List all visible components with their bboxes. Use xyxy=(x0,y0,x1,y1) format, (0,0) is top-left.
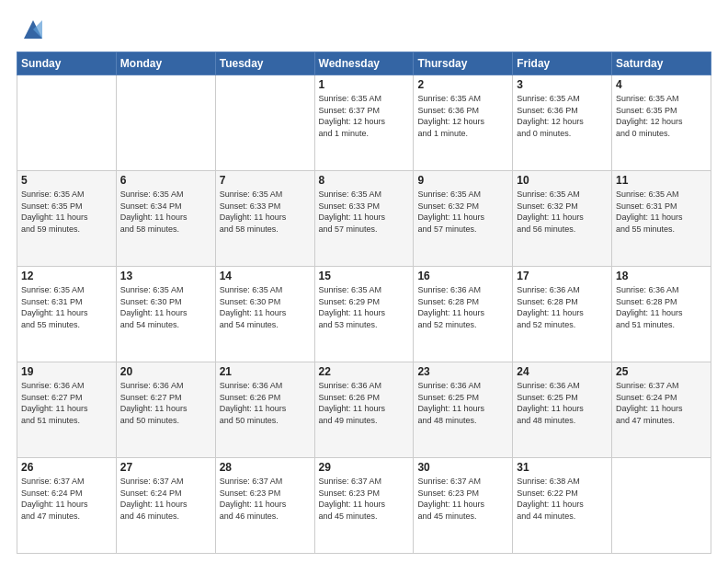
calendar-cell: 8Sunrise: 6:35 AM Sunset: 6:33 PM Daylig… xyxy=(314,171,414,267)
day-info: Sunrise: 6:36 AM Sunset: 6:26 PM Dayligh… xyxy=(319,380,410,426)
day-info: Sunrise: 6:35 AM Sunset: 6:35 PM Dayligh… xyxy=(21,189,112,235)
calendar-week-row: 5Sunrise: 6:35 AM Sunset: 6:35 PM Daylig… xyxy=(17,171,711,267)
day-number: 30 xyxy=(417,461,508,474)
day-info: Sunrise: 6:36 AM Sunset: 6:28 PM Dayligh… xyxy=(616,284,707,330)
header xyxy=(17,17,711,42)
calendar-cell: 28Sunrise: 6:37 AM Sunset: 6:23 PM Dayli… xyxy=(215,458,314,554)
calendar-cell: 20Sunrise: 6:36 AM Sunset: 6:27 PM Dayli… xyxy=(116,362,215,458)
day-info: Sunrise: 6:35 AM Sunset: 6:33 PM Dayligh… xyxy=(220,189,311,235)
calendar-cell xyxy=(215,75,314,171)
calendar-cell: 13Sunrise: 6:35 AM Sunset: 6:30 PM Dayli… xyxy=(116,267,215,362)
day-number: 4 xyxy=(616,78,707,91)
calendar-cell: 31Sunrise: 6:38 AM Sunset: 6:22 PM Dayli… xyxy=(513,458,612,554)
day-info: Sunrise: 6:37 AM Sunset: 6:23 PM Dayligh… xyxy=(417,476,508,522)
calendar-cell: 25Sunrise: 6:37 AM Sunset: 6:24 PM Dayli… xyxy=(612,362,711,458)
day-info: Sunrise: 6:35 AM Sunset: 6:37 PM Dayligh… xyxy=(319,93,410,139)
calendar-cell xyxy=(17,75,117,171)
day-info: Sunrise: 6:35 AM Sunset: 6:30 PM Dayligh… xyxy=(220,284,311,330)
weekday-header: Tuesday xyxy=(215,52,314,75)
day-number: 9 xyxy=(417,174,508,187)
calendar-cell xyxy=(612,458,711,554)
calendar-cell: 4Sunrise: 6:35 AM Sunset: 6:35 PM Daylig… xyxy=(612,75,711,171)
calendar-cell: 24Sunrise: 6:36 AM Sunset: 6:25 PM Dayli… xyxy=(513,362,612,458)
day-number: 22 xyxy=(319,365,410,378)
calendar-cell: 26Sunrise: 6:37 AM Sunset: 6:24 PM Dayli… xyxy=(17,458,117,554)
weekday-header: Thursday xyxy=(414,52,513,75)
day-number: 19 xyxy=(21,365,112,378)
weekday-header: Wednesday xyxy=(314,52,414,75)
calendar-cell: 16Sunrise: 6:36 AM Sunset: 6:28 PM Dayli… xyxy=(414,267,513,362)
day-info: Sunrise: 6:35 AM Sunset: 6:32 PM Dayligh… xyxy=(517,189,608,235)
day-info: Sunrise: 6:36 AM Sunset: 6:25 PM Dayligh… xyxy=(417,380,508,426)
day-info: Sunrise: 6:36 AM Sunset: 6:25 PM Dayligh… xyxy=(517,380,608,426)
day-info: Sunrise: 6:37 AM Sunset: 6:23 PM Dayligh… xyxy=(319,476,410,522)
day-number: 8 xyxy=(319,174,410,187)
day-number: 10 xyxy=(517,174,608,187)
day-info: Sunrise: 6:35 AM Sunset: 6:35 PM Dayligh… xyxy=(616,93,707,139)
day-number: 2 xyxy=(417,78,508,91)
calendar-cell: 3Sunrise: 6:35 AM Sunset: 6:36 PM Daylig… xyxy=(513,75,612,171)
page: SundayMondayTuesdayWednesdayThursdayFrid… xyxy=(0,0,728,563)
calendar-week-row: 1Sunrise: 6:35 AM Sunset: 6:37 PM Daylig… xyxy=(17,75,711,171)
day-number: 26 xyxy=(21,461,112,474)
day-info: Sunrise: 6:35 AM Sunset: 6:30 PM Dayligh… xyxy=(120,284,211,330)
day-info: Sunrise: 6:35 AM Sunset: 6:34 PM Dayligh… xyxy=(120,189,211,235)
day-number: 24 xyxy=(517,365,608,378)
day-info: Sunrise: 6:35 AM Sunset: 6:36 PM Dayligh… xyxy=(517,93,608,139)
weekday-header: Monday xyxy=(116,52,215,75)
day-info: Sunrise: 6:38 AM Sunset: 6:22 PM Dayligh… xyxy=(517,476,608,522)
day-number: 6 xyxy=(120,174,211,187)
weekday-header: Sunday xyxy=(17,52,117,75)
calendar-cell: 22Sunrise: 6:36 AM Sunset: 6:26 PM Dayli… xyxy=(314,362,414,458)
day-info: Sunrise: 6:36 AM Sunset: 6:27 PM Dayligh… xyxy=(120,380,211,426)
day-number: 1 xyxy=(319,78,410,91)
calendar-cell: 11Sunrise: 6:35 AM Sunset: 6:31 PM Dayli… xyxy=(612,171,711,267)
day-info: Sunrise: 6:35 AM Sunset: 6:31 PM Dayligh… xyxy=(616,189,707,235)
calendar-cell: 6Sunrise: 6:35 AM Sunset: 6:34 PM Daylig… xyxy=(116,171,215,267)
day-number: 11 xyxy=(616,174,707,187)
day-info: Sunrise: 6:37 AM Sunset: 6:24 PM Dayligh… xyxy=(616,380,707,426)
day-info: Sunrise: 6:36 AM Sunset: 6:26 PM Dayligh… xyxy=(220,380,311,426)
calendar-cell: 12Sunrise: 6:35 AM Sunset: 6:31 PM Dayli… xyxy=(17,267,117,362)
day-info: Sunrise: 6:36 AM Sunset: 6:28 PM Dayligh… xyxy=(417,284,508,330)
calendar-cell: 18Sunrise: 6:36 AM Sunset: 6:28 PM Dayli… xyxy=(612,267,711,362)
calendar-cell: 17Sunrise: 6:36 AM Sunset: 6:28 PM Dayli… xyxy=(513,267,612,362)
calendar-cell: 21Sunrise: 6:36 AM Sunset: 6:26 PM Dayli… xyxy=(215,362,314,458)
weekday-header-row: SundayMondayTuesdayWednesdayThursdayFrid… xyxy=(17,52,711,75)
day-info: Sunrise: 6:37 AM Sunset: 6:24 PM Dayligh… xyxy=(21,476,112,522)
day-number: 28 xyxy=(220,461,311,474)
calendar-table: SundayMondayTuesdayWednesdayThursdayFrid… xyxy=(17,52,711,554)
day-info: Sunrise: 6:37 AM Sunset: 6:24 PM Dayligh… xyxy=(120,476,211,522)
day-number: 27 xyxy=(120,461,211,474)
calendar-week-row: 19Sunrise: 6:36 AM Sunset: 6:27 PM Dayli… xyxy=(17,362,711,458)
day-number: 29 xyxy=(319,461,410,474)
day-number: 16 xyxy=(417,270,508,282)
day-info: Sunrise: 6:35 AM Sunset: 6:31 PM Dayligh… xyxy=(21,284,112,330)
calendar-cell: 2Sunrise: 6:35 AM Sunset: 6:36 PM Daylig… xyxy=(414,75,513,171)
calendar-cell: 1Sunrise: 6:35 AM Sunset: 6:37 PM Daylig… xyxy=(314,75,414,171)
day-info: Sunrise: 6:36 AM Sunset: 6:27 PM Dayligh… xyxy=(21,380,112,426)
calendar-cell: 10Sunrise: 6:35 AM Sunset: 6:32 PM Dayli… xyxy=(513,171,612,267)
day-number: 23 xyxy=(417,365,508,378)
calendar-week-row: 12Sunrise: 6:35 AM Sunset: 6:31 PM Dayli… xyxy=(17,267,711,362)
day-number: 17 xyxy=(517,270,608,282)
day-number: 7 xyxy=(220,174,311,187)
calendar-cell: 30Sunrise: 6:37 AM Sunset: 6:23 PM Dayli… xyxy=(414,458,513,554)
day-number: 20 xyxy=(120,365,211,378)
day-info: Sunrise: 6:37 AM Sunset: 6:23 PM Dayligh… xyxy=(220,476,311,522)
day-number: 13 xyxy=(120,270,211,282)
weekday-header: Saturday xyxy=(612,52,711,75)
day-info: Sunrise: 6:35 AM Sunset: 6:33 PM Dayligh… xyxy=(319,189,410,235)
day-number: 31 xyxy=(517,461,608,474)
day-info: Sunrise: 6:36 AM Sunset: 6:28 PM Dayligh… xyxy=(517,284,608,330)
day-number: 14 xyxy=(220,270,311,282)
calendar-cell: 14Sunrise: 6:35 AM Sunset: 6:30 PM Dayli… xyxy=(215,267,314,362)
day-number: 18 xyxy=(616,270,707,282)
day-info: Sunrise: 6:35 AM Sunset: 6:32 PM Dayligh… xyxy=(417,189,508,235)
day-number: 3 xyxy=(517,78,608,91)
day-number: 25 xyxy=(616,365,707,378)
weekday-header: Friday xyxy=(513,52,612,75)
day-number: 5 xyxy=(21,174,112,187)
calendar-cell: 27Sunrise: 6:37 AM Sunset: 6:24 PM Dayli… xyxy=(116,458,215,554)
calendar-cell: 7Sunrise: 6:35 AM Sunset: 6:33 PM Daylig… xyxy=(215,171,314,267)
